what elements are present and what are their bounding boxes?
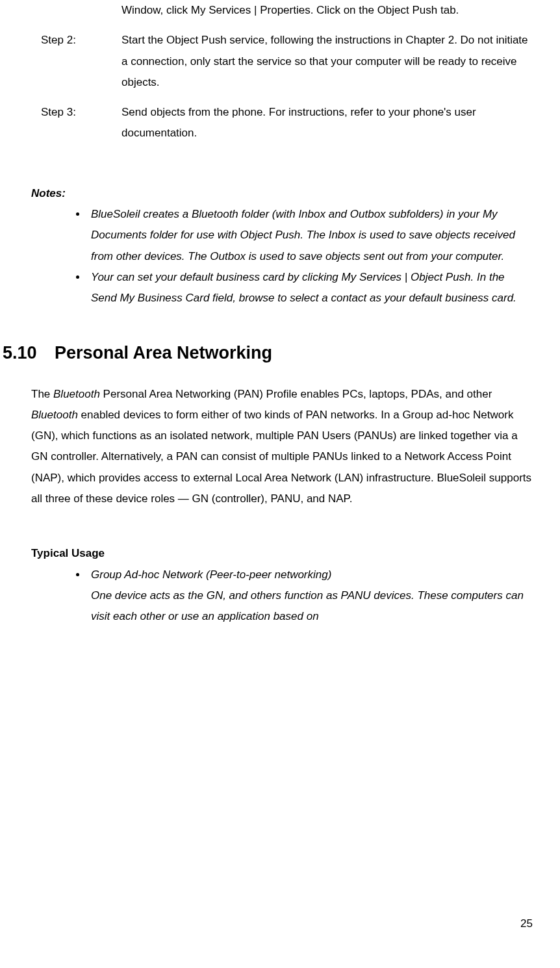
notes-section: Notes: BlueSoleil creates a Bluetooth fo… (0, 183, 533, 309)
step-1-row: Window, click My Services | Properties. … (0, 0, 533, 21)
typical-usage-list: Group Ad-hoc Network (Peer-to-peer netwo… (31, 565, 533, 628)
step-3-text: Send objects from the phone. For instruc… (121, 102, 533, 144)
para-italic-bluetooth-1: Bluetooth (53, 388, 100, 400)
step-2-label: Step 2: (0, 30, 121, 93)
notes-item-2: Your can set your default business card … (87, 267, 533, 309)
step-3-label: Step 3: (0, 102, 121, 144)
typical-usage-section: Typical Usage Group Ad-hoc Network (Peer… (0, 543, 533, 627)
section-number: 5.10 (0, 343, 55, 363)
notes-item-1: BlueSoleil creates a Bluetooth folder (w… (87, 204, 533, 267)
typical-item-1-body: One device acts as the GN, and others fu… (91, 589, 524, 622)
para-text-pre: The (31, 388, 53, 400)
section-heading: 5.10 Personal Area Networking (0, 343, 533, 363)
step-1-text: Window, click My Services | Properties. … (121, 0, 533, 21)
typical-usage-item-1: Group Ad-hoc Network (Peer-to-peer netwo… (87, 565, 533, 628)
notes-list: BlueSoleil creates a Bluetooth folder (w… (31, 204, 533, 309)
para-italic-bluetooth-2: Bluetooth (31, 409, 78, 421)
step-2-row: Step 2: Start the Object Push service, f… (0, 30, 533, 93)
page-number: 25 (520, 917, 533, 930)
notes-heading: Notes: (31, 183, 533, 204)
typical-usage-heading: Typical Usage (31, 543, 533, 564)
section-paragraph: The Bluetooth Personal Area Networking (… (0, 384, 533, 510)
para-text-post: enabled devices to form either of two ki… (31, 409, 531, 505)
step-2-text: Start the Object Push service, following… (121, 30, 533, 93)
typical-item-1-title: Group Ad-hoc Network (Peer-to-peer netwo… (91, 568, 331, 581)
step-1-label (0, 0, 121, 21)
step-3-row: Step 3: Send objects from the phone. For… (0, 102, 533, 144)
section-title: Personal Area Networking (55, 343, 272, 363)
para-text-mid1: Personal Area Networking (PAN) Profile e… (100, 388, 492, 400)
